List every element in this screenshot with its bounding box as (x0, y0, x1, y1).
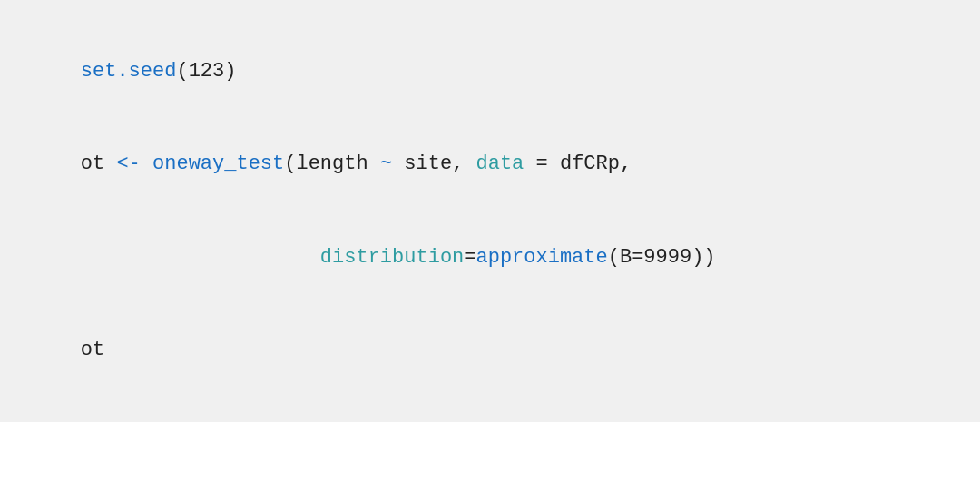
approximate-fn: approximate (476, 246, 608, 269)
code-line-4: ot (33, 304, 947, 397)
site-data-arg: site, (392, 152, 475, 175)
dist-equals: = (464, 246, 475, 269)
code-line-3: distribution=approximate(B=9999)) (33, 211, 947, 304)
code-block: set.seed(123) ot <- oneway_test(length ~… (0, 0, 980, 422)
space1 (141, 152, 152, 175)
ot-var: ot (81, 152, 117, 175)
code-line-1: set.seed(123) (33, 25, 947, 118)
ot-print: ot (81, 339, 104, 361)
data-param: data (476, 152, 524, 175)
oneway-test-fn: oneway_test (152, 152, 284, 175)
set-seed-args: (123) (176, 60, 236, 83)
assign-op: <- (116, 152, 140, 175)
approx-args: (B=9999)) (608, 246, 716, 269)
distribution-param: distribution (320, 246, 464, 269)
data-equals: = dfCRp, (524, 152, 632, 175)
output-line-1: ## (33, 448, 947, 482)
set-seed-fn: set.seed (81, 60, 177, 83)
output-block: ## ## Approximative Two-Sample Fisher-Pi… (0, 422, 980, 482)
tilde-op: ~ (380, 152, 392, 175)
code-line-2: ot <- oneway_test(length ~ site, data = … (33, 118, 947, 211)
indent (81, 246, 320, 269)
fn-args-start: (length (284, 152, 380, 175)
